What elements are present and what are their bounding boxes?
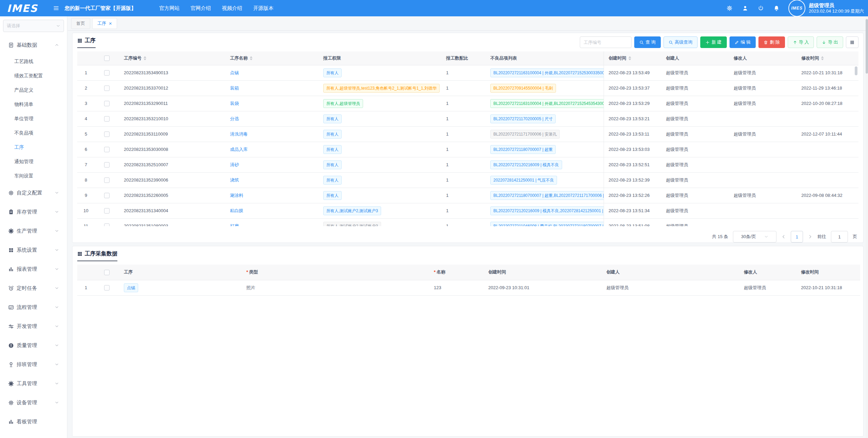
sidebar-group-tools[interactable]: 工具管理 (0, 374, 67, 393)
page-number[interactable]: 1 (791, 231, 803, 243)
gear-icon[interactable] (726, 5, 733, 11)
process-name-link[interactable]: 涮涂料 (230, 193, 243, 198)
process-cell-created_by: 超级管理员 (661, 157, 729, 172)
process-cell-name: 浇筑 (225, 172, 318, 188)
page-scrollbar[interactable] (866, 16, 868, 438)
sidebar-group-equipment[interactable]: 设备管理 (0, 393, 67, 412)
search-button[interactable]: 查 询 (634, 36, 661, 48)
sidebar-group-custom-config[interactable]: 自定义配置 (0, 183, 67, 202)
sidebar-group-quality[interactable]: 质量管理 (0, 336, 67, 355)
row-checkbox[interactable] (104, 131, 110, 137)
avatar[interactable]: IMES (788, 0, 805, 17)
close-icon[interactable]: × (109, 21, 112, 26)
sidebar-item-process-route[interactable]: 工艺路线 (0, 54, 67, 69)
process-name-link[interactable]: 装袋 (230, 101, 239, 106)
row-checkbox[interactable] (104, 147, 110, 152)
nav-link-video-intro[interactable]: 视频介绍 (222, 5, 242, 12)
sidebar-item-defect-items[interactable]: 不良品项 (0, 126, 67, 140)
process-cell-checkbox (95, 96, 119, 111)
bell-icon[interactable] (773, 5, 780, 11)
process-panel: 工序 查 询高级查询新 建编 辑删 除导 入导 出 工序编号工序名称报工权限报工… (72, 33, 864, 243)
process-header-modified_at[interactable]: 修改时间 (797, 51, 858, 65)
sort-icon[interactable] (628, 56, 631, 60)
next-page-button[interactable] (808, 234, 813, 239)
sidebar-group-production[interactable]: 生产管理 (0, 221, 67, 240)
sidebar-group-basic-data[interactable]: 基础数据 (0, 35, 67, 54)
goto-page-input[interactable] (831, 231, 848, 243)
sidebar-select[interactable]: 请选择 (3, 20, 64, 32)
row-checkbox[interactable] (104, 116, 110, 122)
sidebar-group-workflow[interactable]: 流程管理 (0, 298, 67, 317)
column-setting-button[interactable] (846, 36, 858, 48)
sidebar-item-workshop-settings[interactable]: 车间设置 (0, 169, 67, 183)
sort-icon[interactable] (821, 56, 824, 60)
process-cell-modified_by (729, 172, 797, 188)
search-input[interactable] (580, 36, 632, 48)
process-name-link[interactable]: 分选 (230, 116, 239, 121)
sort-icon[interactable] (144, 56, 146, 60)
create-button[interactable]: 新 建 (700, 36, 727, 48)
page-scrollbar-thumb[interactable] (866, 19, 868, 74)
process-name-link[interactable]: 打磨 (230, 223, 239, 226)
row-checkbox[interactable] (104, 101, 110, 106)
sort-icon[interactable] (250, 56, 252, 60)
row-checkbox[interactable] (104, 177, 110, 183)
sidebar-group-development[interactable]: 开发管理 (0, 317, 67, 336)
user-icon[interactable] (742, 5, 748, 11)
row-checkbox[interactable] (104, 208, 110, 214)
sidebar-item-bom[interactable]: 物料清单 (0, 97, 67, 112)
process-name-link[interactable]: 浇筑 (230, 177, 239, 183)
chevron-down-icon (55, 248, 59, 252)
import-button[interactable]: 导 入 (788, 36, 814, 48)
sidebar-group-scheduled-tasks[interactable]: 定时任务 (0, 279, 67, 298)
process-name-link[interactable]: 清砂 (230, 162, 239, 167)
sidebar-group-shift[interactable]: 排班管理 (0, 355, 67, 374)
tab-home[interactable]: 首页 (71, 18, 90, 29)
process-header-created_at[interactable]: 创建时间 (604, 51, 661, 65)
delete-button[interactable]: 删 除 (758, 36, 785, 48)
process-name-link[interactable]: 清洗消毒 (230, 131, 248, 137)
sidebar-group-inventory[interactable]: 库存管理 (0, 202, 67, 221)
tab-process[interactable]: 工序× (92, 18, 117, 29)
sidebar-item-product-definition[interactable]: 产品定义 (0, 83, 67, 97)
row-checkbox[interactable] (104, 85, 110, 91)
select-all-checkbox[interactable] (104, 56, 110, 61)
sidebar-item-process[interactable]: 工序 (0, 140, 67, 155)
sidebar-item-performance-wage[interactable]: 绩效工资配置 (0, 69, 67, 83)
table-scrollbar[interactable] (855, 66, 857, 75)
power-icon[interactable] (758, 5, 764, 11)
row-checkbox[interactable] (104, 193, 110, 198)
sidebar-group-system-settings[interactable]: 系统设置 (0, 240, 67, 260)
process-cell-code: 202208231353030008 (119, 142, 225, 157)
sidebar-item-notification[interactable]: 通知管理 (0, 155, 67, 169)
row-checkbox[interactable] (104, 223, 110, 226)
nav-link-opensource-version[interactable]: 开源版本 (253, 5, 274, 12)
process-cell-permission: 所有人,测试账户2,测试账户3 (318, 218, 441, 226)
nav-link-official-site[interactable]: 官方网站 (159, 5, 180, 12)
sidebar-item-unit-mgmt[interactable]: 单位管理 (0, 112, 67, 126)
sidebar-group-dashboard[interactable]: 看板管理 (0, 412, 67, 431)
row-checkbox[interactable] (104, 162, 110, 168)
process-cell-index: 1 (77, 65, 95, 80)
process-header-code[interactable]: 工序编号 (119, 51, 225, 65)
page-size-select[interactable]: 30条/页 (733, 231, 776, 243)
process-name-link[interactable]: 成品入库 (230, 147, 248, 152)
process-permission-tag: 所有人 (323, 191, 342, 200)
prev-page-button[interactable] (781, 234, 786, 239)
sidebar-group-reports[interactable]: 报表管理 (0, 260, 67, 279)
edit-button[interactable]: 编 辑 (730, 36, 756, 48)
process-cell-name: 粘白膜 (225, 203, 318, 218)
export-button[interactable]: 导 出 (817, 36, 843, 48)
process-name-link[interactable]: 粘白膜 (230, 208, 243, 213)
process-row: 7202208231352510007清砂所有人1BL2022072721202… (77, 157, 858, 172)
nav-link-site-intro[interactable]: 官网介绍 (191, 5, 211, 12)
row-checkbox[interactable] (104, 70, 110, 76)
process-header-name[interactable]: 工序名称 (225, 51, 318, 65)
process-name-link[interactable]: 点锡 (230, 70, 239, 75)
advanced-search-button[interactable]: 高级查询 (664, 36, 698, 48)
process-name-link[interactable]: 装箱 (230, 85, 239, 91)
select-all-checkbox[interactable] (104, 270, 110, 275)
row-checkbox[interactable] (104, 285, 110, 291)
sidebar: 请选择 基础数据工艺路线绩效工资配置产品定义物料清单单位管理不良品项工序通知管理… (0, 16, 67, 438)
sidebar-toggle-icon[interactable] (53, 5, 59, 11)
